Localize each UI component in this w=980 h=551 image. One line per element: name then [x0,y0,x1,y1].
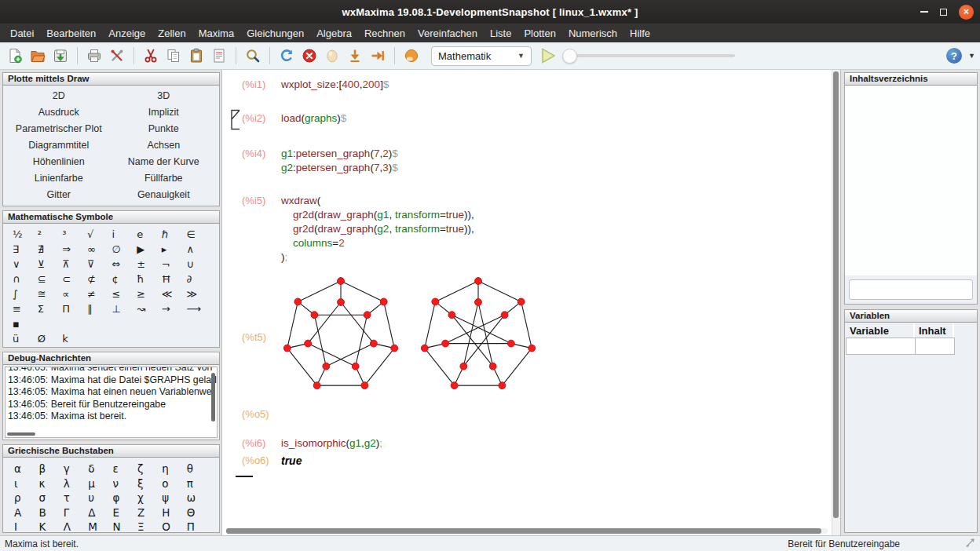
greek-letter-button[interactable]: Θ [187,505,211,520]
greek-letter-button[interactable]: θ [187,462,211,476]
interrupt-icon[interactable] [322,46,342,66]
symbol-button[interactable]: ⊄ [87,272,112,286]
greek-letter-button[interactable]: Η [162,505,186,520]
greek-letter-button[interactable]: Β [38,505,63,520]
symbol-button[interactable]: e [137,227,162,242]
cell-code[interactable]: wxplot_size:[400,200]$ [281,78,389,92]
minimize-button[interactable] [920,11,928,13]
cell-code[interactable]: g1:petersen_graph(7,2)$g2:petersen_graph… [281,147,398,175]
symbol-button[interactable]: ≥ [137,286,162,301]
animation-slider[interactable] [561,46,740,66]
symbol-button[interactable]: √ [87,227,112,242]
maximize-button[interactable] [940,9,947,16]
greek-letter-button[interactable]: λ [64,476,88,491]
recalculate-icon[interactable] [276,46,297,66]
cell-code[interactable]: load(graphs)$ [281,111,346,126]
symbol-button[interactable]: ≅ [38,286,63,301]
greek-letter-button[interactable]: β [38,462,63,476]
greek-letter-button[interactable]: χ [137,491,162,505]
symbol-button[interactable]: ∃ [13,242,38,257]
menu-gleichungen[interactable]: Gleichungen [240,25,310,42]
draw-button-f-llfarbe[interactable]: Füllfarbe [112,170,217,187]
greek-letter-button[interactable]: Ε [113,505,137,520]
greek-letter-button[interactable]: Ν [113,520,137,535]
menu-anzeige[interactable]: Anzeige [102,25,152,42]
cell-code[interactable]: wxdraw( gr2d(draw_graph(g1, transform=tr… [281,194,474,265]
symbol-button[interactable]: ∩ [13,272,38,286]
symbol-button[interactable]: ¬ [162,257,187,272]
greek-letter-button[interactable]: Ι [14,520,38,535]
greek-letter-button[interactable]: τ [64,491,88,505]
symbol-button[interactable]: ∞ [87,242,112,257]
symbol-button[interactable]: ≤ [112,286,137,301]
menu-bearbeiten[interactable]: Bearbeiten [40,25,102,42]
greek-letter-button[interactable]: ψ [162,491,186,505]
symbol-button[interactable]: ⊥ [112,301,137,316]
symbol-button[interactable]: ∨ [13,257,38,272]
symbol-button[interactable]: ∅ [112,242,137,257]
menu-hilfe[interactable]: Hilfe [623,25,656,42]
greek-letter-button[interactable]: ν [113,476,137,491]
symbol-button[interactable]: ² [38,227,63,242]
symbol-button[interactable]: ⊆ [38,272,63,286]
menu-rechnen[interactable]: Rechnen [358,25,411,42]
symbol-button[interactable]: ≪ [162,286,187,301]
toc-filter-input[interactable] [849,279,973,300]
copy-icon[interactable] [163,46,184,66]
symbol-button[interactable]: ℏ [162,227,187,242]
paste-icon[interactable] [186,46,207,66]
variables-cell[interactable] [846,338,916,355]
greek-letter-button[interactable]: δ [88,462,112,476]
draw-button-2d[interactable]: 2D [6,88,112,104]
worksheet-horizontal-scrollbar[interactable] [226,528,828,534]
draw-button-implizit[interactable]: Implizit [112,104,217,121]
greek-letter-button[interactable]: Γ [64,505,88,520]
greek-letter-button[interactable]: σ [38,491,63,505]
draw-button-punkte[interactable]: Punkte [112,121,217,137]
greek-letter-button[interactable]: ε [113,462,137,476]
draw-button-name-der-kurve[interactable]: Name der Kurve [112,154,217,170]
greek-letter-button[interactable]: ι [14,476,38,491]
draw-button-parametrischer-plot[interactable]: Parametrischer Plot [6,121,112,137]
greek-letter-button[interactable]: μ [88,476,112,491]
draw-button-linienfarbe[interactable]: Linienfarbe [6,170,112,187]
print-icon[interactable] [84,46,104,66]
symbol-button[interactable]: ∝ [62,286,87,301]
symbol-button[interactable]: → [162,301,187,316]
cut-icon[interactable] [141,46,161,66]
draw-button-genauigkeit[interactable]: Genauigkeit [112,187,217,203]
symbol-button[interactable]: ▪ [13,316,38,331]
greek-letter-button[interactable]: ω [187,491,211,505]
greek-letter-button[interactable]: Α [14,505,38,520]
symbol-button[interactable]: ¢ [112,272,137,286]
menu-plotten[interactable]: Plotten [517,25,561,42]
slider-handle[interactable] [562,49,577,64]
variables-cell[interactable] [915,338,955,355]
menu-maxima[interactable]: Maxima [192,25,241,42]
symbol-button[interactable]: ⇔ [112,257,137,272]
draw-button-h-henlinien[interactable]: Höhenlinien [6,154,112,170]
symbol-button[interactable]: ∈ [186,227,211,242]
greek-letter-button[interactable]: Λ [64,520,88,535]
menu-liste[interactable]: Liste [484,25,517,42]
greek-letter-button[interactable]: Ο [162,520,186,535]
greek-letter-button[interactable]: ρ [14,491,38,505]
greek-letter-button[interactable]: Ζ [137,505,162,520]
jump-to-input-icon[interactable] [368,46,388,66]
cell-code[interactable]: is_isomorphic(g1,g2); [281,436,382,451]
horizontal-cursor[interactable] [236,476,253,477]
follow-progress-icon[interactable] [401,46,422,66]
greek-letter-button[interactable]: υ [88,491,112,505]
help-button[interactable]: ? [946,48,962,64]
symbol-button[interactable]: ∄ [38,242,63,257]
symbol-button[interactable]: ³ [62,227,87,242]
draw-button-gitter[interactable]: Gitter [6,187,112,203]
debug-horizontal-scrollbar[interactable] [7,432,101,436]
graph-image-petersen-graph-7-3-[interactable] [419,277,538,398]
symbol-button[interactable]: ≡ [13,301,38,316]
stop-icon[interactable] [299,46,320,66]
draw-button-achsen[interactable]: Achsen [112,137,217,154]
symbol-button[interactable]: ∫ [13,286,38,301]
greek-letter-button[interactable]: φ [113,491,137,505]
cell-bracket-icon[interactable] [230,109,240,133]
